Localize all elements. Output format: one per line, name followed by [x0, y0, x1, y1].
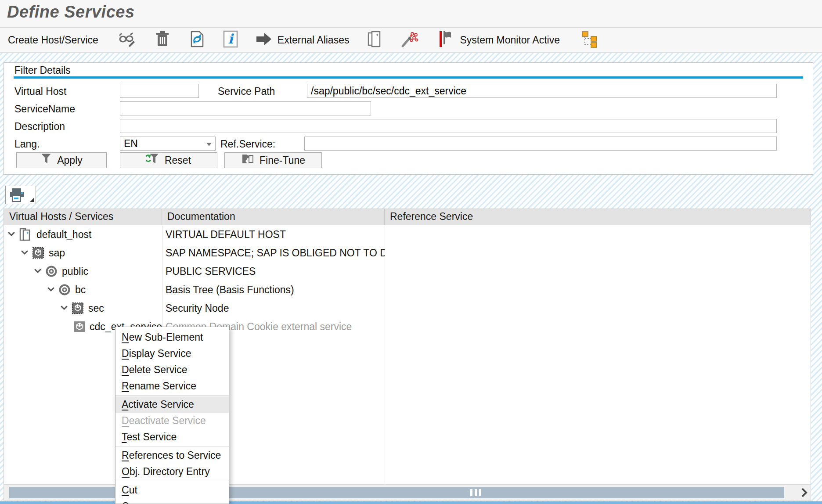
- expand-chevron-icon[interactable]: [47, 287, 58, 293]
- ref-service-label: Ref.Service:: [220, 138, 275, 150]
- column-divider: [385, 225, 385, 485]
- refresh-button[interactable]: [189, 30, 206, 50]
- create-host-service-button[interactable]: Create Host/Service: [8, 34, 98, 46]
- chevron-down-icon: [206, 138, 213, 150]
- namespace-package-icon: [72, 302, 84, 314]
- print-button[interactable]: [5, 186, 36, 204]
- tree-node-label: public: [62, 266, 88, 277]
- documentation-cell: SAP NAMESPACE; SAP IS OBLIGED NOT TO DEL…: [162, 247, 385, 259]
- tree-row[interactable]: default_host VIRTUAL DEFAULT HOST: [4, 225, 811, 244]
- tree-node-label: default_host: [36, 229, 91, 241]
- menu-item-delete-service[interactable]: Delete Service: [115, 362, 229, 378]
- virtual-host-label: Virtual Host: [14, 86, 66, 97]
- menu-item-references-to-service[interactable]: References to Service: [115, 447, 229, 464]
- trash-icon: [155, 30, 170, 50]
- description-input[interactable]: [120, 119, 777, 133]
- column-header-reference: Reference Service: [385, 209, 811, 225]
- menu-item-deactivate-service: Deactivate Service: [115, 413, 229, 429]
- menu-item-display-service[interactable]: Display Service: [115, 346, 229, 362]
- system-monitor-toggle[interactable]: System Monitor Active: [439, 30, 560, 50]
- display-change-button[interactable]: [118, 30, 136, 50]
- service-node-icon: [58, 284, 71, 296]
- menu-separator: [115, 395, 229, 396]
- menu-item-test-service[interactable]: Test Service: [115, 429, 229, 445]
- service-name-label: ServiceName: [14, 103, 75, 115]
- hierarchy-icon: [581, 30, 598, 50]
- port-maintenance-button[interactable]: [367, 30, 382, 50]
- filter-details-panel: Filter Details Virtual Host Service Path…: [4, 62, 813, 175]
- external-aliases-button[interactable]: External Aliases: [256, 32, 350, 48]
- service-path-input[interactable]: [307, 84, 777, 98]
- title-bar: Define Services: [0, 0, 822, 28]
- external-alias-door-icon: [367, 30, 382, 50]
- menu-item-rename-service[interactable]: Rename Service: [115, 378, 229, 394]
- expand-chevron-icon[interactable]: [60, 305, 72, 311]
- scroll-right-arrow[interactable]: [801, 488, 808, 499]
- documentation-cell: Security Node: [162, 302, 385, 314]
- info-icon: i: [223, 30, 238, 50]
- printer-icon: [8, 187, 26, 205]
- service-node-icon: [45, 265, 58, 277]
- filter-details-title: Filter Details: [14, 65, 71, 76]
- application-toolbar: Create Host/Service i External: [0, 28, 822, 53]
- hierarchy-view-button[interactable]: [581, 30, 598, 50]
- lang-value: EN: [124, 138, 138, 150]
- reset-funnel-icon: [146, 153, 159, 168]
- apply-label: Apply: [57, 155, 83, 166]
- menu-item-new-sub-element[interactable]: New Sub-Element: [115, 329, 229, 346]
- arrow-right-icon: [256, 32, 273, 48]
- column-header-documentation: Documentation: [162, 209, 385, 225]
- lang-select[interactable]: EN: [120, 137, 216, 151]
- menu-item-copy[interactable]: Copy: [115, 498, 229, 504]
- sap-define-services-screen: Define Services Create Host/Service i: [0, 0, 822, 504]
- fine-tune-button[interactable]: Fine-Tune: [224, 152, 322, 168]
- tree-row[interactable]: bc Basis Tree (Basis Functions): [4, 281, 811, 299]
- page-title: Define Services: [7, 3, 135, 22]
- service-path-label: Service Path: [218, 86, 275, 97]
- tree-row[interactable]: sec Security Node: [4, 299, 811, 317]
- menu-item-activate-service[interactable]: Activate Service: [115, 396, 229, 413]
- info-button[interactable]: i: [223, 30, 238, 50]
- documentation-cell: PUBLIC SERVICES: [162, 266, 385, 277]
- scrollbar-grip-icon: [470, 489, 481, 496]
- service-icon: [74, 321, 85, 332]
- menu-separator: [115, 481, 229, 481]
- apply-button[interactable]: Apply: [16, 152, 107, 168]
- expand-chevron-icon[interactable]: [7, 231, 19, 238]
- namespace-package-icon: [32, 247, 44, 259]
- wizard-button[interactable]: [401, 30, 418, 50]
- expand-chevron-icon[interactable]: [34, 268, 45, 274]
- tree-row[interactable]: sap SAP NAMESPACE; SAP IS OBLIGED NOT TO…: [4, 244, 811, 262]
- lang-label: Lang.: [14, 138, 40, 150]
- fine-tune-label: Fine-Tune: [260, 155, 305, 166]
- reset-button[interactable]: Reset: [120, 152, 217, 168]
- dropdown-corner-icon: [30, 198, 34, 202]
- expand-chevron-icon[interactable]: [21, 250, 32, 256]
- menu-separator: [115, 446, 229, 446]
- tree-row[interactable]: public PUBLIC SERVICES: [4, 262, 811, 281]
- context-menu: New Sub-Element Display Service Delete S…: [115, 327, 229, 504]
- system-monitor-label: System Monitor Active: [460, 34, 560, 46]
- virtual-host-icon: [19, 227, 32, 241]
- service-name-input[interactable]: [120, 101, 371, 115]
- tree-node-label: sec: [88, 302, 104, 314]
- external-aliases-label: External Aliases: [278, 34, 350, 46]
- documentation-cell: VIRTUAL DEFAULT HOST: [162, 229, 385, 241]
- delete-button[interactable]: [155, 30, 170, 50]
- documentation-cell: Basis Tree (Basis Functions): [162, 284, 385, 296]
- menu-item-cut[interactable]: Cut: [115, 482, 229, 498]
- accent-underline: [14, 76, 803, 79]
- table-header: Virtual Hosts / Services Documentation R…: [4, 209, 811, 225]
- column-header-hosts: Virtual Hosts / Services: [4, 209, 162, 225]
- reset-label: Reset: [165, 155, 191, 166]
- puzzle-icon: [241, 153, 254, 168]
- monitor-flag-icon: [439, 30, 456, 50]
- ref-service-input[interactable]: [304, 137, 777, 151]
- filter-funnel-icon: [40, 153, 52, 168]
- display-change-icon: [118, 30, 136, 50]
- menu-item-obj-directory-entry[interactable]: Obj. Directory Entry: [115, 464, 229, 480]
- tree-node-label: sap: [49, 247, 65, 259]
- description-label: Description: [14, 121, 65, 133]
- wizard-wand-icon: [401, 30, 418, 50]
- virtual-host-input[interactable]: [120, 84, 199, 98]
